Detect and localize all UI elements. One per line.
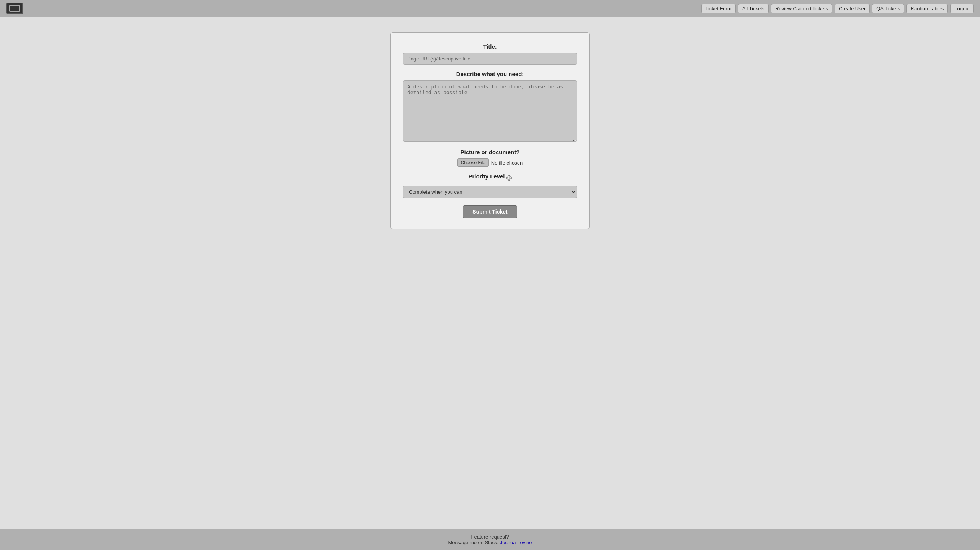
nav-all-tickets[interactable]: All Tickets bbox=[738, 4, 769, 13]
nav-qa-tickets[interactable]: QA Tickets bbox=[872, 4, 904, 13]
description-group: Describe what you need: bbox=[403, 71, 577, 143]
priority-label-row: Priority Level ⓘ bbox=[403, 173, 577, 183]
footer: Feature request? Message me on Slack: Jo… bbox=[0, 529, 980, 550]
submit-row: Submit Ticket bbox=[403, 205, 577, 218]
app-logo bbox=[6, 3, 23, 14]
priority-label: Priority Level bbox=[468, 173, 505, 180]
title-group: Title: bbox=[403, 43, 577, 65]
title-input[interactable] bbox=[403, 53, 577, 65]
title-label: Title: bbox=[403, 43, 577, 50]
file-upload-row: Choose File No file chosen bbox=[403, 158, 577, 167]
nav-links: Ticket Form All Tickets Review Claimed T… bbox=[701, 4, 974, 13]
submit-ticket-button[interactable]: Submit Ticket bbox=[463, 205, 517, 218]
footer-line2: Message me on Slack: Joshua Levine bbox=[5, 540, 975, 545]
file-label: Picture or document? bbox=[403, 149, 577, 155]
nav-create-user[interactable]: Create User bbox=[835, 4, 870, 13]
footer-line2-prefix: Message me on Slack: bbox=[448, 540, 500, 545]
choose-file-button[interactable]: Choose File bbox=[457, 158, 489, 167]
priority-select[interactable]: Complete when you can Normal Urgent bbox=[403, 186, 577, 198]
no-file-text: No file chosen bbox=[491, 160, 523, 166]
footer-slack-link[interactable]: Joshua Levine bbox=[500, 540, 532, 545]
priority-info-icon: ⓘ bbox=[506, 175, 512, 181]
description-label: Describe what you need: bbox=[403, 71, 577, 77]
nav-ticket-form[interactable]: Ticket Form bbox=[701, 4, 736, 13]
file-group: Picture or document? Choose File No file… bbox=[403, 149, 577, 167]
priority-group: Priority Level ⓘ Complete when you can N… bbox=[403, 173, 577, 198]
nav-kanban-tables[interactable]: Kanban Tables bbox=[906, 4, 948, 13]
nav-logout[interactable]: Logout bbox=[950, 4, 974, 13]
navbar: Ticket Form All Tickets Review Claimed T… bbox=[0, 0, 980, 17]
main-content: Title: Describe what you need: Picture o… bbox=[0, 17, 980, 529]
nav-review-claimed-tickets[interactable]: Review Claimed Tickets bbox=[771, 4, 832, 13]
footer-line1: Feature request? bbox=[5, 534, 975, 540]
description-input[interactable] bbox=[403, 80, 577, 142]
logo-icon bbox=[9, 5, 20, 12]
ticket-form-card: Title: Describe what you need: Picture o… bbox=[390, 32, 590, 229]
